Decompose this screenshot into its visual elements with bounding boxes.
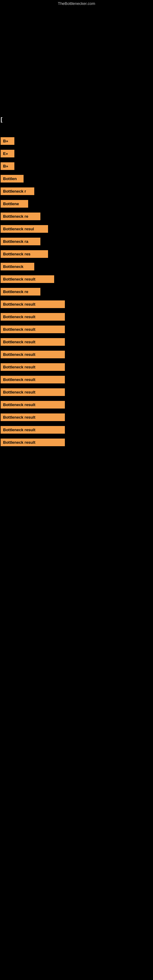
bottleneck-result-label: Bottlen — [1, 175, 24, 183]
table-row: Bottleneck result — [0, 373, 153, 386]
bottleneck-result-label: Bottleneck re — [1, 213, 40, 220]
bottleneck-result-label: Bottleneck result — [1, 414, 65, 421]
table-row: Bottleneck re — [0, 210, 153, 223]
table-row: Bottleneck result — [0, 336, 153, 348]
table-row: Bottleneck result — [0, 386, 153, 398]
bottleneck-result-label: Bottleneck result — [1, 301, 65, 308]
bottleneck-result-label: Bottleneck result — [1, 363, 65, 371]
rows-wrapper: B»E»B»BottlenBottleneck rBottleneBottlen… — [0, 135, 153, 449]
table-row: Bottleneck result — [0, 436, 153, 449]
table-row: Bottleneck result — [0, 348, 153, 361]
bottleneck-result-label: Bottleneck result — [1, 376, 65, 383]
bottleneck-result-label: B» — [1, 162, 14, 170]
bottleneck-result-label: Bottleneck re — [1, 288, 40, 296]
bottleneck-result-label: Bottleneck result — [1, 326, 65, 333]
table-row: B» — [0, 135, 153, 147]
table-row: B» — [0, 160, 153, 172]
bottleneck-result-label: Bottleneck r — [1, 188, 34, 195]
bottleneck-result-label: Bottlene — [1, 200, 28, 208]
bottleneck-result-label: Bottleneck ra — [1, 238, 40, 245]
bottleneck-result-label: Bottleneck result — [1, 388, 65, 396]
table-row: Bottleneck resul — [0, 223, 153, 235]
table-row: Bottleneck result — [0, 398, 153, 411]
bottleneck-result-label: B» — [1, 137, 14, 145]
table-row: Bottleneck result — [0, 273, 153, 285]
table-row: Bottleneck res — [0, 248, 153, 260]
bottleneck-result-label: Bottleneck result — [1, 351, 65, 358]
table-row: Bottleneck result — [0, 310, 153, 323]
bottleneck-result-label: Bottleneck result — [1, 401, 65, 409]
bottleneck-result-label: Bottleneck result — [1, 426, 65, 434]
bottleneck-result-label: Bottleneck result — [1, 338, 65, 346]
table-row: Bottlene — [0, 197, 153, 210]
bottleneck-result-label: Bottleneck result — [1, 275, 54, 283]
bottleneck-result-label: Bottleneck result — [1, 313, 65, 321]
table-row: Bottleneck — [0, 260, 153, 273]
table-row: Bottleneck result — [0, 411, 153, 423]
bottleneck-result-label: Bottleneck resul — [1, 225, 48, 233]
bottleneck-result-label: Bottleneck — [1, 263, 34, 270]
table-row: E» — [0, 147, 153, 160]
bottleneck-result-label: Bottleneck res — [1, 250, 48, 258]
bottleneck-result-label: Bottleneck result — [1, 439, 65, 446]
header-bracket: [ — [1, 116, 2, 123]
table-row: Bottleneck result — [0, 423, 153, 436]
table-row: Bottlen — [0, 172, 153, 185]
bottleneck-result-label: E» — [1, 150, 14, 158]
table-row: Bottleneck r — [0, 185, 153, 197]
table-row: Bottleneck ra — [0, 235, 153, 248]
table-row: Bottleneck result — [0, 361, 153, 373]
table-row: Bottleneck result — [0, 323, 153, 336]
table-row: Bottleneck result — [0, 298, 153, 310]
table-row: Bottleneck re — [0, 285, 153, 298]
